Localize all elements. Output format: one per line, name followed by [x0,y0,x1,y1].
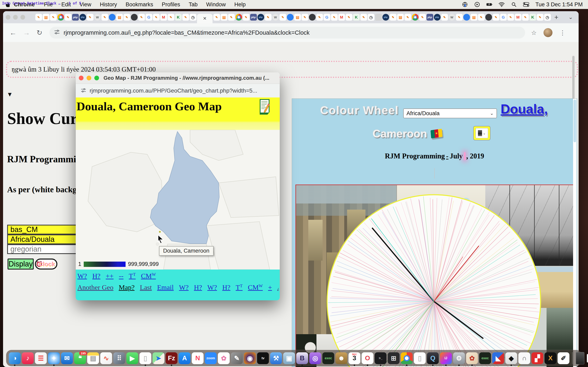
menu-item-window[interactable]: Window [206,1,226,8]
tab-favicon-so[interactable]: ▤ [397,14,404,21]
minimized-window-1[interactable] [576,352,584,364]
city-link[interactable]: Douala, [501,101,548,117]
footer-link[interactable]: ++ [106,272,113,280]
tab-favicon-pencil[interactable]: ✎ [537,14,544,21]
dock-item-appstore[interactable]: A [179,352,190,364]
dock-item-intellij[interactable]: IJ [440,352,452,364]
dock-item-xquartz[interactable]: X [545,352,556,364]
footer-link[interactable]: H? [222,284,231,291]
tab-favicon-pencil[interactable]: ✎ [153,14,160,21]
tab-favicon-dark[interactable] [485,14,492,21]
bookmark-star-icon[interactable]: ☆ [531,29,537,36]
window-close-button[interactable] [6,15,10,20]
dock-item-terminal[interactable]: >_ [375,352,387,364]
timezone-select[interactable]: Africa/Douala ⌄ [403,108,497,118]
tab-favicon-pencil[interactable]: ✎ [522,14,529,21]
tab-favicon-drupal[interactable]: php [434,14,441,21]
control-center-icon[interactable] [523,2,529,7]
tab-favicon-pencil[interactable]: ✎ [50,14,57,21]
details-triangle-icon[interactable]: ▼ [7,91,13,98]
profile-avatar[interactable] [544,28,553,37]
tab-favicon-pencil[interactable]: ✎ [279,14,286,21]
tab-favicon-pencil[interactable]: ✎ [213,14,220,21]
tab-favicon-pencil[interactable]: ✎ [228,14,235,21]
dock-item-music[interactable]: ♪ [22,352,34,364]
wifi-icon[interactable] [499,2,505,7]
dock-item-quicktime[interactable]: Q [427,352,439,364]
tab-favicon-php[interactable]: php [72,14,79,21]
footer-link[interactable]: H? [194,284,202,291]
dock-item-bbedit[interactable]: B [296,352,308,364]
tab-favicon-pencil[interactable]: ✎ [346,14,352,21]
display-button[interactable]: Display [8,259,34,269]
tab-favicon-chrome[interactable] [235,14,242,21]
tab-favicon-g[interactable]: G [324,14,330,21]
tab-favicon-pencil[interactable]: ✎ [507,14,514,21]
globe-status-icon[interactable] [462,2,468,7]
tab-favicon-pencil[interactable]: ✎ [360,14,367,21]
footer-link[interactable]: + [268,284,272,291]
tab-favicon-g[interactable]: G [146,14,152,21]
popup-site-settings-icon[interactable] [81,87,86,94]
dock-item-textedit[interactable]: ▯ [139,352,151,364]
menu-item-profiles[interactable]: Profiles [162,1,180,8]
popup-zoom-button[interactable] [94,76,99,80]
tab-favicon-so[interactable]: ▤ [116,14,123,21]
credit-dash-link[interactable]: - [446,152,449,160]
tab-favicon-pencil[interactable]: ✎ [102,14,108,21]
battery-icon[interactable] [486,2,493,7]
tab-favicon-so[interactable]: ▤ [221,14,227,21]
screen-record-status-icon[interactable] [474,2,480,7]
tab-favicon-clock[interactable]: ◷ [544,14,551,21]
clock-button[interactable]: Clock [35,259,57,269]
new-tab-button[interactable]: + [554,13,558,21]
footer-link[interactable]: TT [236,284,242,291]
forward-button[interactable]: → [23,29,30,37]
dock-item-chrome[interactable] [401,352,413,364]
tab-favicon-pencil[interactable]: ✎ [390,14,397,21]
tab-favicon-gmail[interactable]: M [515,14,521,21]
address-bar[interactable]: rjmprogramming.com.au/i_eg.php?locale=ba… [49,27,525,39]
minimized-window-2[interactable] [587,354,588,363]
dock-item-cards-app[interactable]: ▞ [531,352,543,364]
popup-minimize-button[interactable] [86,76,91,80]
tab-favicon-gmail[interactable]: M [160,14,167,21]
dock-item-safari[interactable]: ✦ [48,352,60,364]
tab-favicon-pencil[interactable]: ✎ [493,14,499,21]
footer-link[interactable]: TT [129,272,136,280]
footer-link[interactable]: Another Geo [77,284,113,291]
dock-item-exec-terminal[interactable]: exec [322,352,334,364]
tab-favicon-pencil[interactable]: ✎ [331,14,338,21]
dock-item-inkscape[interactable]: ◆ [505,352,517,364]
dock-item-preview[interactable]: ▣ [283,352,295,364]
dock-item-photos[interactable]: ✿ [218,352,230,364]
tab-search-chevron-icon[interactable]: ⌄ [568,14,573,20]
tab-favicon-blue[interactable] [463,14,470,21]
dock-item-gimp[interactable]: ✎ [231,352,243,364]
active-tab[interactable]: ✕ [197,14,213,23]
tab-favicon-pencil[interactable]: ✎ [243,14,250,21]
tab-favicon-pencil[interactable]: ✎ [182,14,189,21]
menu-item-history[interactable]: History [100,1,117,8]
tab-favicon-wiki[interactable]: W [272,14,279,21]
footer-link[interactable]: W? [179,284,189,291]
tab-favicon-gray[interactable] [375,14,382,21]
tab-favicon-pencil[interactable]: ✎ [265,14,272,21]
window-minimize-button[interactable] [13,15,18,20]
dock-item-xcode[interactable]: ⚒ [270,352,282,364]
dock-item-zoom[interactable]: zoom [205,352,217,364]
geo-map-canvas[interactable]: Douala, Cameroon [76,130,280,269]
dock-item-textedit-2[interactable]: ▯ [414,352,426,364]
tab-favicon-php[interactable]: php [250,14,257,21]
dock-item-wave-app[interactable]: ∿ [100,352,112,364]
tab-favicon-drupal[interactable]: php [382,14,389,21]
footer-link[interactable]: Last [140,284,152,291]
tab-favicon-pencil[interactable]: ✎ [302,14,308,21]
tab-favicon-pencil[interactable]: ✎ [138,14,145,21]
tab-favicon-pencil[interactable]: ✎ [35,14,42,21]
popup-address-bar[interactable]: rjmprogramming.com.au/PHP/GeoChart/geo_c… [76,84,280,98]
tab-favicon-pencil[interactable]: ✎ [65,14,71,21]
tab-favicon-pencil[interactable]: ✎ [456,14,463,21]
footer-link[interactable]: CMW [248,284,263,291]
footer-link[interactable]: W? [208,284,217,291]
